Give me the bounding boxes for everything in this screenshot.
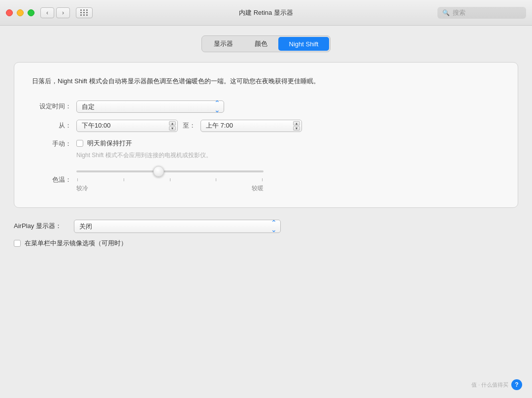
watermark: 值 · 什么值得买 ?: [471, 379, 522, 390]
schedule-label: 设定时间：: [32, 102, 71, 111]
airplay-select[interactable]: 关闭 开启: [74, 220, 281, 233]
to-time-stepper: ▲ ▼: [293, 121, 300, 131]
checkbox-content: 明天前保持打开 Night Shift 模式不会应用到连接的电视机或投影仪。: [76, 139, 212, 160]
slider-tick-3: [170, 178, 170, 181]
manual-checkbox-label: 明天前保持打开: [87, 139, 132, 148]
slider-cold-label: 较冷: [76, 184, 88, 193]
mirror-checkbox[interactable]: [14, 240, 21, 247]
bottom-section: AirPlay 显示器： 关闭 开启 ⌃⌄ 在菜单栏中显示镜像选项（可用时）: [14, 220, 518, 248]
mirror-label: 在菜单栏中显示镜像选项（可用时）: [25, 239, 127, 248]
manual-row: 手动： 明天前保持打开 Night Shift 模式不会应用到连接的电视机或投影…: [32, 139, 500, 160]
manual-label: 手动：: [32, 139, 71, 148]
tab-color[interactable]: 颜色: [244, 37, 278, 51]
tabs: 显示器 颜色 Night Shift: [201, 35, 331, 52]
form-section: 设定时间： 自定 日落到日出 关闭 ⌃⌄ 从： ▲ ▼: [32, 100, 500, 194]
window-title: 内建 Retina 显示器: [239, 8, 293, 17]
main-content: 显示器 颜色 Night Shift 日落后，Night Shift 模式会自动…: [0, 26, 532, 398]
search-placeholder: 搜索: [453, 8, 466, 17]
from-time-down-button[interactable]: ▼: [169, 126, 176, 131]
titlebar: ‹ › 内建 Retina 显示器 🔍 搜索: [0, 0, 532, 26]
tabs-container: 显示器 颜色 Night Shift: [14, 35, 518, 52]
mirror-row: 在菜单栏中显示镜像选项（可用时）: [14, 239, 518, 248]
time-row: 从： ▲ ▼ 至： ▲ ▼: [32, 120, 500, 132]
from-time-field: ▲ ▼: [76, 120, 178, 132]
forward-button[interactable]: ›: [56, 7, 70, 18]
to-time-input[interactable]: [200, 120, 302, 132]
minimize-button[interactable]: [17, 9, 24, 16]
manual-checkbox-line: 明天前保持打开: [76, 139, 212, 148]
slider-tick-2: [124, 178, 124, 181]
to-time-field: ▲ ▼: [200, 120, 302, 132]
to-time-down-button[interactable]: ▼: [293, 126, 300, 131]
slider-container: 较冷 较暖: [76, 166, 264, 194]
slider-thumb[interactable]: [153, 166, 164, 177]
traffic-lights: [6, 9, 34, 16]
search-box[interactable]: 🔍 搜索: [437, 7, 526, 19]
slider-tick-5: [262, 178, 263, 181]
tab-nightshift[interactable]: Night Shift: [278, 37, 330, 51]
back-button[interactable]: ‹: [40, 7, 54, 18]
hint-text: Night Shift 模式不会应用到连接的电视机或投影仪。: [76, 151, 212, 160]
watermark-badge: ?: [511, 379, 522, 390]
to-time-up-button[interactable]: ▲: [293, 121, 300, 126]
to-label: 至：: [183, 121, 196, 130]
nav-buttons: ‹ ›: [40, 7, 70, 18]
color-temp-slider-track[interactable]: [76, 166, 264, 176]
forward-icon: ›: [62, 9, 64, 16]
schedule-select[interactable]: 自定 日落到日出 关闭: [76, 100, 224, 113]
content-card: 日落后，Night Shift 模式会自动将显示器颜色调至色谱偏暖色的一端。这可…: [14, 62, 518, 208]
schedule-row: 设定时间： 自定 日落到日出 关闭 ⌃⌄: [32, 100, 500, 113]
slider-labels: 较冷 较暖: [76, 183, 264, 194]
slider-tick-4: [216, 178, 216, 181]
airplay-select-wrapper: 关闭 开启 ⌃⌄: [74, 220, 281, 233]
close-button[interactable]: [6, 9, 13, 16]
slider-background: [76, 170, 264, 172]
manual-checkbox[interactable]: [76, 140, 83, 147]
from-time-input[interactable]: [76, 120, 178, 132]
back-icon: ‹: [46, 9, 48, 16]
airplay-row: AirPlay 显示器： 关闭 开启 ⌃⌄: [14, 220, 518, 233]
grid-view-button[interactable]: [76, 7, 93, 18]
color-temp-label: 色温：: [32, 175, 71, 184]
description-text: 日落后，Night Shift 模式会自动将显示器颜色调至色谱偏暖色的一端。这可…: [32, 76, 387, 87]
from-label: 从：: [32, 121, 71, 130]
slider-warm-label: 较暖: [252, 184, 264, 193]
schedule-select-wrapper: 自定 日落到日出 关闭 ⌃⌄: [76, 100, 224, 113]
from-time-up-button[interactable]: ▲: [169, 121, 176, 126]
watermark-text: 值 · 什么值得买: [471, 381, 508, 389]
color-temp-row: 色温： 较冷: [32, 166, 500, 194]
slider-ticks: [76, 178, 264, 181]
maximize-button[interactable]: [28, 9, 34, 16]
from-time-stepper: ▲ ▼: [169, 121, 176, 131]
search-icon: 🔍: [442, 9, 450, 16]
tab-display[interactable]: 显示器: [203, 37, 244, 51]
grid-icon: [80, 9, 88, 16]
slider-tick-1: [77, 178, 78, 181]
airplay-label: AirPlay 显示器：: [14, 222, 68, 231]
